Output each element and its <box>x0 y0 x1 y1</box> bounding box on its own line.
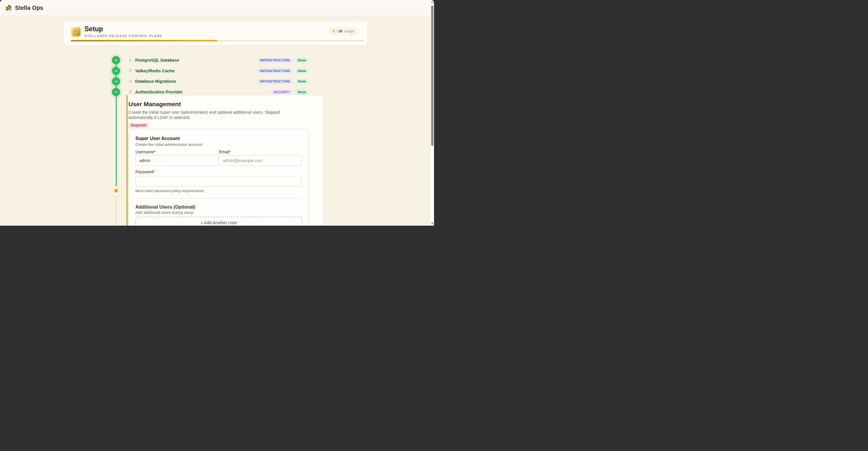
password-label: Password* <box>135 169 302 175</box>
scrollbar-thumb[interactable] <box>431 5 433 146</box>
status-badge: Done <box>295 79 309 84</box>
step-check-icon <box>112 88 120 96</box>
top-bar: Stella Ops <box>0 0 431 16</box>
add-another-user-button[interactable]: + Add Another User <box>135 217 302 226</box>
step-row-db-migrations[interactable]: 3 Database Migrations INFRASTRUCTURE Don… <box>127 77 309 85</box>
step-row-valkey-redis[interactable]: 2 Valkey/Redis Cache INFRASTRUCTURE Done <box>127 67 309 75</box>
status-badge: Done <box>295 58 309 63</box>
setup-app-icon <box>71 27 81 36</box>
section-divider <box>135 198 302 198</box>
current-step-marker-dot <box>114 189 118 192</box>
step-check-icon <box>112 67 120 75</box>
email-label: Email* <box>219 150 302 155</box>
steps-done-count: 8 <box>333 30 335 34</box>
category-badge: INFRASTRUCTURE <box>257 68 293 73</box>
app-window: Stella Ops Setup STELLAOPS RELEASE CONTR… <box>0 0 434 226</box>
step-check-icon <box>112 56 120 64</box>
page-title: Setup <box>85 25 162 33</box>
super-user-subtitle: Create the initial administrator account… <box>135 142 302 147</box>
step-row-postgresql[interactable]: 1 PostgreSQL Database INFRASTRUCTURE Don… <box>127 56 309 64</box>
password-field[interactable] <box>135 176 302 187</box>
category-badge: SECURITY <box>271 89 293 95</box>
setup-progress-track <box>71 40 364 41</box>
required-badge: Required <box>128 123 149 128</box>
super-user-title: Super User Account <box>135 136 302 141</box>
page-subtitle: STELLAOPS RELEASE CONTROL PLANE <box>85 34 162 38</box>
steps-word: steps <box>344 30 355 34</box>
status-badge: Done <box>295 89 309 95</box>
setup-header-text: Setup STELLAOPS RELEASE CONTROL PLANE <box>85 25 162 38</box>
category-badge: INFRASTRUCTURE <box>257 79 293 84</box>
additional-users-title: Additional Users (Optional) <box>135 204 302 210</box>
app-title: Stella Ops <box>15 5 43 11</box>
username-label: Username* <box>135 150 218 155</box>
setup-header-card: Setup STELLAOPS RELEASE CONTROL PLANE 8 … <box>63 21 368 46</box>
timeline-line-upcoming <box>116 195 117 226</box>
scroll-down-arrow-icon[interactable] <box>431 223 433 224</box>
status-badge: Done <box>295 68 309 73</box>
additional-users-subtitle: Add additional users during setup. <box>135 210 302 215</box>
vertical-scrollbar[interactable] <box>431 0 434 226</box>
scroll-up-arrow-icon[interactable] <box>431 1 433 3</box>
super-user-card: Super User Account Create the initial ad… <box>128 129 309 226</box>
star-icon <box>73 29 79 35</box>
steps-counter-badge: 8 / 16 steps <box>329 28 359 35</box>
user-management-card: User Management Create the initial super… <box>126 95 324 226</box>
password-helper-text: Must meet password policy requirements. <box>135 189 302 193</box>
email-field[interactable] <box>219 155 302 166</box>
category-badge: INFRASTRUCTURE <box>257 58 293 63</box>
step-check-icon <box>112 77 120 85</box>
progress-fill <box>71 40 218 41</box>
stellaops-star-icon <box>5 4 12 11</box>
section-description: Create the initial super user (administr… <box>128 110 298 120</box>
username-field[interactable] <box>135 155 218 166</box>
section-title: User Management <box>128 101 308 108</box>
